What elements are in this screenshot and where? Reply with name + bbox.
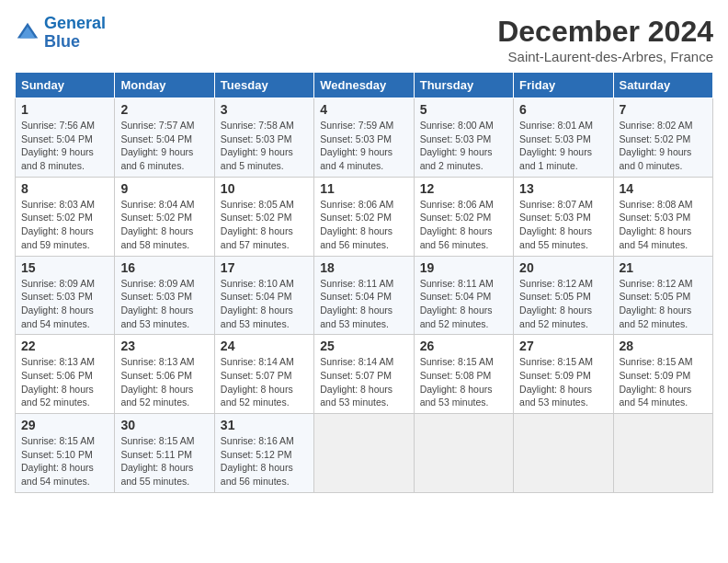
day-number: 5 <box>420 102 507 117</box>
day-number: 15 <box>21 260 108 275</box>
logo: General Blue <box>15 15 106 52</box>
day-cell: 27Sunrise: 8:15 AMSunset: 5:09 PMDayligh… <box>514 335 613 414</box>
day-cell: 4Sunrise: 7:59 AMSunset: 5:03 PMDaylight… <box>314 98 414 178</box>
calendar-table: SundayMondayTuesdayWednesdayThursdayFrid… <box>15 72 713 493</box>
weekday-header-friday: Friday <box>514 73 613 98</box>
day-detail: Sunrise: 8:03 AMSunset: 5:02 PMDaylight:… <box>21 198 108 252</box>
day-detail: Sunrise: 8:15 AMSunset: 5:11 PMDaylight:… <box>120 434 208 488</box>
day-detail: Sunrise: 8:15 AMSunset: 5:08 PMDaylight:… <box>420 355 507 409</box>
day-number: 9 <box>120 181 208 196</box>
logo-line2: Blue <box>44 32 80 51</box>
day-cell: 31Sunrise: 8:16 AMSunset: 5:12 PMDayligh… <box>214 414 313 493</box>
day-cell: 14Sunrise: 8:08 AMSunset: 5:03 PMDayligh… <box>613 177 712 256</box>
day-number: 6 <box>519 102 607 117</box>
day-detail: Sunrise: 8:10 AMSunset: 5:04 PMDaylight:… <box>221 277 308 331</box>
day-detail: Sunrise: 8:11 AMSunset: 5:04 PMDaylight:… <box>320 277 407 331</box>
weekday-header-row: SundayMondayTuesdayWednesdayThursdayFrid… <box>16 73 713 98</box>
week-row-1: 1Sunrise: 7:56 AMSunset: 5:04 PMDaylight… <box>16 98 713 178</box>
day-number: 26 <box>420 339 507 353</box>
weekday-header-tuesday: Tuesday <box>214 73 313 98</box>
weekday-header-thursday: Thursday <box>414 73 513 98</box>
day-detail: Sunrise: 8:04 AMSunset: 5:02 PMDaylight:… <box>120 198 208 252</box>
day-detail: Sunrise: 8:09 AMSunset: 5:03 PMDaylight:… <box>21 277 108 331</box>
weekday-header-wednesday: Wednesday <box>314 73 414 98</box>
day-detail: Sunrise: 8:09 AMSunset: 5:03 PMDaylight:… <box>120 277 208 331</box>
day-number: 21 <box>620 260 707 275</box>
day-detail: Sunrise: 8:08 AMSunset: 5:03 PMDaylight:… <box>620 198 707 252</box>
day-cell: 22Sunrise: 8:13 AMSunset: 5:06 PMDayligh… <box>16 335 115 414</box>
day-number: 27 <box>519 339 607 353</box>
day-detail: Sunrise: 8:14 AMSunset: 5:07 PMDaylight:… <box>320 355 407 409</box>
day-number: 30 <box>120 418 208 432</box>
weekday-header-sunday: Sunday <box>16 73 115 98</box>
day-number: 12 <box>420 181 507 196</box>
day-number: 14 <box>620 181 707 196</box>
day-detail: Sunrise: 8:13 AMSunset: 5:06 PMDaylight:… <box>120 355 208 409</box>
day-cell: 11Sunrise: 8:06 AMSunset: 5:02 PMDayligh… <box>314 177 414 256</box>
day-detail: Sunrise: 7:58 AMSunset: 5:03 PMDaylight:… <box>221 119 308 173</box>
day-detail: Sunrise: 8:14 AMSunset: 5:07 PMDaylight:… <box>221 355 308 409</box>
day-number: 19 <box>420 260 507 275</box>
day-cell: 15Sunrise: 8:09 AMSunset: 5:03 PMDayligh… <box>16 256 115 335</box>
day-cell: 25Sunrise: 8:14 AMSunset: 5:07 PMDayligh… <box>314 335 414 414</box>
day-cell: 29Sunrise: 8:15 AMSunset: 5:10 PMDayligh… <box>16 414 115 493</box>
day-cell: 24Sunrise: 8:14 AMSunset: 5:07 PMDayligh… <box>214 335 313 414</box>
day-cell: 1Sunrise: 7:56 AMSunset: 5:04 PMDaylight… <box>16 98 115 178</box>
day-cell: 20Sunrise: 8:12 AMSunset: 5:05 PMDayligh… <box>514 256 613 335</box>
day-detail: Sunrise: 8:12 AMSunset: 5:05 PMDaylight:… <box>620 277 707 331</box>
day-cell: 8Sunrise: 8:03 AMSunset: 5:02 PMDaylight… <box>16 177 115 256</box>
day-cell <box>314 414 414 493</box>
day-cell: 23Sunrise: 8:13 AMSunset: 5:06 PMDayligh… <box>115 335 214 414</box>
day-cell: 28Sunrise: 8:15 AMSunset: 5:09 PMDayligh… <box>613 335 712 414</box>
day-number: 17 <box>221 260 308 275</box>
title-area: December 2024 Saint-Laurent-des-Arbres, … <box>497 15 713 64</box>
day-number: 31 <box>221 418 308 432</box>
day-number: 7 <box>620 102 707 117</box>
weekday-header-saturday: Saturday <box>613 73 712 98</box>
day-detail: Sunrise: 8:15 AMSunset: 5:09 PMDaylight:… <box>519 355 607 409</box>
day-number: 4 <box>320 102 407 117</box>
day-number: 18 <box>320 260 407 275</box>
day-cell: 26Sunrise: 8:15 AMSunset: 5:08 PMDayligh… <box>414 335 513 414</box>
day-number: 28 <box>620 339 707 353</box>
day-cell <box>613 414 712 493</box>
day-number: 8 <box>21 181 108 196</box>
day-detail: Sunrise: 8:15 AMSunset: 5:10 PMDaylight:… <box>21 434 108 488</box>
weekday-header-monday: Monday <box>115 73 214 98</box>
day-detail: Sunrise: 7:56 AMSunset: 5:04 PMDaylight:… <box>21 119 108 173</box>
day-cell: 30Sunrise: 8:15 AMSunset: 5:11 PMDayligh… <box>115 414 214 493</box>
day-detail: Sunrise: 8:02 AMSunset: 5:02 PMDaylight:… <box>620 119 707 173</box>
day-cell <box>414 414 513 493</box>
day-number: 20 <box>519 260 607 275</box>
day-number: 3 <box>221 102 308 117</box>
day-detail: Sunrise: 8:16 AMSunset: 5:12 PMDaylight:… <box>221 434 308 488</box>
day-cell <box>514 414 613 493</box>
day-detail: Sunrise: 7:59 AMSunset: 5:03 PMDaylight:… <box>320 119 407 173</box>
day-cell: 21Sunrise: 8:12 AMSunset: 5:05 PMDayligh… <box>613 256 712 335</box>
logo-icon <box>15 20 40 46</box>
week-row-5: 29Sunrise: 8:15 AMSunset: 5:10 PMDayligh… <box>16 414 713 493</box>
logo-text: General Blue <box>44 15 106 52</box>
day-number: 11 <box>320 181 407 196</box>
day-number: 29 <box>21 418 108 432</box>
main-title: December 2024 <box>497 15 713 49</box>
day-cell: 10Sunrise: 8:05 AMSunset: 5:02 PMDayligh… <box>214 177 313 256</box>
day-detail: Sunrise: 8:11 AMSunset: 5:04 PMDaylight:… <box>420 277 507 331</box>
day-cell: 7Sunrise: 8:02 AMSunset: 5:02 PMDaylight… <box>613 98 712 178</box>
day-detail: Sunrise: 8:00 AMSunset: 5:03 PMDaylight:… <box>420 119 507 173</box>
day-number: 22 <box>21 339 108 353</box>
day-number: 23 <box>120 339 208 353</box>
day-cell: 12Sunrise: 8:06 AMSunset: 5:02 PMDayligh… <box>414 177 513 256</box>
day-cell: 16Sunrise: 8:09 AMSunset: 5:03 PMDayligh… <box>115 256 214 335</box>
calendar-body: 1Sunrise: 7:56 AMSunset: 5:04 PMDaylight… <box>16 98 713 493</box>
day-number: 24 <box>221 339 308 353</box>
day-detail: Sunrise: 8:06 AMSunset: 5:02 PMDaylight:… <box>420 198 507 252</box>
day-cell: 17Sunrise: 8:10 AMSunset: 5:04 PMDayligh… <box>214 256 313 335</box>
day-detail: Sunrise: 8:13 AMSunset: 5:06 PMDaylight:… <box>21 355 108 409</box>
day-number: 1 <box>21 102 108 117</box>
day-detail: Sunrise: 8:01 AMSunset: 5:03 PMDaylight:… <box>519 119 607 173</box>
day-detail: Sunrise: 7:57 AMSunset: 5:04 PMDaylight:… <box>120 119 208 173</box>
week-row-2: 8Sunrise: 8:03 AMSunset: 5:02 PMDaylight… <box>16 177 713 256</box>
day-cell: 2Sunrise: 7:57 AMSunset: 5:04 PMDaylight… <box>115 98 214 178</box>
logo-line1: General <box>44 14 106 32</box>
